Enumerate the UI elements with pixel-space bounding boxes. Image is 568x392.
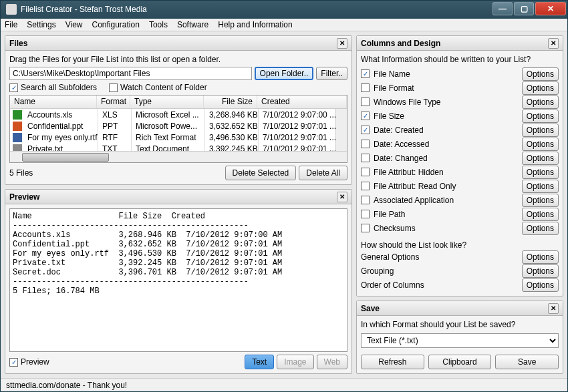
open-folder-button[interactable]: Open Folder.. [255,67,314,80]
column-checkbox[interactable]: ✓ [361,126,370,134]
column-option-row: File Attribut: Read OnlyOptions [361,179,559,193]
cell-size: 3,268.946 KB [205,109,259,121]
minimize-button[interactable]: — [492,2,513,15]
column-options-button[interactable]: Options [522,152,559,165]
save-title: Save [361,304,380,313]
save-panel: Save ✕ In which Format should your List … [356,301,563,374]
column-options-button[interactable]: Options [522,180,559,193]
table-row[interactable]: Accounts.xlsXLSMicrosoft Excel ...3,268.… [10,109,347,120]
column-options-button[interactable]: Options [522,138,559,151]
preview-tab-web[interactable]: Web [317,355,347,369]
column-options-button[interactable]: Options [522,194,559,207]
watch-folder-checkbox[interactable] [109,83,118,92]
delete-all-button[interactable]: Delete All [299,166,347,180]
col-name[interactable]: Name [10,95,97,108]
column-label: File Format [374,83,518,93]
files-close-icon[interactable]: ✕ [337,38,347,49]
column-options-button[interactable]: Options [522,166,559,179]
save-close-icon[interactable]: ✕ [548,303,559,314]
col-format[interactable]: Format [97,95,130,108]
column-option-row: File Attribut: HiddenOptions [361,165,559,179]
column-option-row: Date: AccessedOptions [361,137,559,151]
column-checkbox[interactable]: ✓ [361,112,370,120]
cell-name: Private.txt [23,143,98,152]
cell-created: 7/10/2012 9:07:00 ... [259,109,347,121]
preview-checkbox-label: Preview [21,357,49,367]
refresh-button[interactable]: Refresh [361,355,424,369]
column-option-row: Date: ChangedOptions [361,151,559,165]
file-table: Name Format Type File Size Created Accou… [9,95,347,163]
column-checkbox[interactable] [361,224,370,232]
column-checkbox[interactable] [361,168,370,176]
column-checkbox[interactable] [361,140,370,148]
vertical-scrollbar[interactable] [335,109,347,151]
column-options-button[interactable]: Options [522,95,559,109]
column-options-button[interactable]: Options [522,67,559,81]
columns-question: What Information should be written to yo… [361,55,559,64]
column-checkbox[interactable] [361,196,370,204]
design-options-button[interactable]: Options [522,278,559,292]
cell-format: PPT [98,120,132,132]
save-button[interactable]: Save [495,355,559,369]
column-options-button[interactable]: Options [522,81,559,95]
design-option-row: Order of ColumnsOptions [361,278,559,292]
column-label: File Name [374,69,518,79]
close-button[interactable]: ✕ [535,2,566,15]
titlebar[interactable]: Filelist Creator - Stefan Trost Media — … [1,1,567,19]
design-options-button[interactable]: Options [522,264,559,278]
menu-tools[interactable]: Tools [149,20,168,29]
column-label: File Attribut: Hidden [374,168,518,177]
column-checkbox[interactable]: ✓ [361,69,370,78]
app-window: Filelist Creator - Stefan Trost Media — … [0,0,568,392]
save-format-select[interactable]: Text File (*.txt) [361,333,559,348]
table-row[interactable]: Private.txtTXTText Document3,392.245 KB7… [10,143,347,151]
column-checkbox[interactable] [361,210,370,218]
menu-configuration[interactable]: Configuration [92,20,140,29]
column-checkbox[interactable] [361,154,370,162]
folder-path-input[interactable] [9,67,252,80]
window-title: Filelist Creator - Stefan Trost Media [21,5,147,14]
preview-tab-text[interactable]: Text [245,355,274,369]
menu-help[interactable]: Help and Information [218,20,292,29]
column-checkbox[interactable] [361,83,370,92]
column-label: Date: Changed [374,154,518,163]
column-label: File Path [374,210,518,219]
col-type[interactable]: Type [130,95,204,108]
table-row[interactable]: Confidential.pptPPTMicrosoft Powe...3,63… [10,120,347,132]
col-created[interactable]: Created [257,95,347,108]
column-checkbox[interactable] [361,182,370,190]
menu-software[interactable]: Software [177,20,208,29]
col-size[interactable]: File Size [204,95,257,108]
column-option-row: ✓Date: CreatedOptions [361,123,559,137]
column-checkbox[interactable] [361,97,370,106]
menu-file[interactable]: File [5,20,17,29]
preview-text[interactable]: Name File Size Created -----------------… [9,208,347,352]
column-options-button[interactable]: Options [522,208,559,221]
menu-view[interactable]: View [65,20,83,29]
menu-settings[interactable]: Settings [27,20,55,29]
columns-close-icon[interactable]: ✕ [548,38,559,49]
cell-name: For my eyes only.rtf [23,132,98,144]
search-subfolders-checkbox[interactable]: ✓ [9,83,18,92]
preview-close-icon[interactable]: ✕ [337,192,347,202]
preview-tab-image[interactable]: Image [277,355,313,369]
column-options-button[interactable]: Options [522,110,559,123]
preview-checkbox[interactable]: ✓ [9,358,18,367]
column-options-button[interactable]: Options [522,124,559,137]
columns-panel: Columns and Design ✕ What Information sh… [356,35,563,297]
column-options-button[interactable]: Options [522,222,559,235]
clipboard-button[interactable]: Clipboard [428,355,492,369]
maximize-button[interactable]: ▢ [514,2,534,15]
design-options-button[interactable]: Options [522,250,559,264]
cell-size: 3,392.245 KB [205,143,259,152]
cell-format: XLS [98,109,132,121]
filter-button[interactable]: Filter.. [316,67,347,80]
delete-selected-button[interactable]: Delete Selected [225,166,297,180]
statusbar: sttmedia.com/donate - Thank you! [1,378,567,391]
horizontal-scrollbar[interactable] [10,151,347,162]
table-row[interactable]: For my eyes only.rtfRTFRich Text Format3… [10,132,347,143]
design-label: Grouping [361,266,518,276]
file-icon [13,110,22,120]
menubar: File Settings View Configuration Tools S… [1,19,567,32]
cell-name: Confidential.ppt [23,120,98,132]
